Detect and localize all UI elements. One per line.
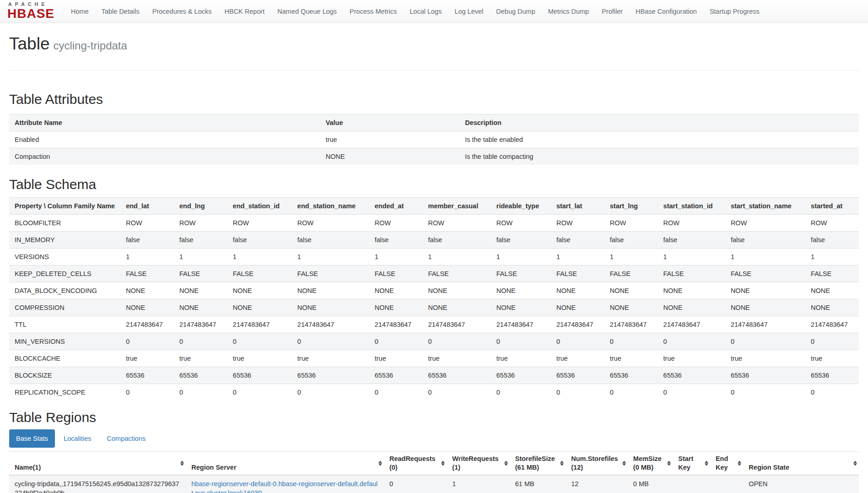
schema-cell: 0 xyxy=(604,333,658,350)
schema-cell: 2147483647 xyxy=(174,316,227,333)
nav-items: HomeTable DetailsProcedures & LocksHBCK … xyxy=(65,0,766,22)
attributes-row: EnabledtrueIs the table enabled xyxy=(9,131,859,148)
sort-icon[interactable] xyxy=(622,460,626,466)
schema-cell: false xyxy=(551,231,604,248)
sort-icon[interactable] xyxy=(504,460,508,466)
schema-cell: 0 xyxy=(174,384,227,401)
nav-link-local-logs[interactable]: Local Logs xyxy=(403,0,448,22)
schema-cell: 65536 xyxy=(725,367,805,384)
regions-column-label: Name(1) xyxy=(15,464,41,471)
region-row: cycling-tripdata,,1719475156245.e95d0a13… xyxy=(9,475,859,493)
nav-link-metrics-dump[interactable]: Metrics Dump xyxy=(542,0,595,22)
regions-column-header-name-1[interactable]: Name(1) xyxy=(9,451,186,475)
nav-link-hbck-report[interactable]: HBCK Report xyxy=(218,0,271,22)
schema-cell: 0 xyxy=(292,384,369,401)
regions-column-header-readrequests-0[interactable]: ReadRequests (0) xyxy=(384,451,447,475)
sort-icon[interactable] xyxy=(667,460,671,466)
nav-link-profiler[interactable]: Profiler xyxy=(595,0,629,22)
schema-cell: 0 xyxy=(423,384,491,401)
page-title-text: Table xyxy=(9,34,49,53)
schema-cell: false xyxy=(174,231,227,248)
attributes-cell: Compaction xyxy=(9,148,320,165)
schema-column-header: started_at xyxy=(805,197,859,214)
schema-cell: 0 xyxy=(551,384,604,401)
schema-cell: 0 xyxy=(551,333,604,350)
schema-heading: Table Schema xyxy=(9,177,859,192)
schema-row-in-memory: IN_MEMORYfalsefalsefalsefalsefalsefalsef… xyxy=(9,231,859,248)
nav-link-procedures-locks[interactable]: Procedures & Locks xyxy=(146,0,218,22)
nav-link-log-level[interactable]: Log Level xyxy=(448,0,490,22)
schema-cell: ROW xyxy=(174,214,227,231)
nav-link-hbase-configuration[interactable]: HBase Configuration xyxy=(629,0,703,22)
schema-cell: NONE xyxy=(369,282,423,299)
schema-cell: true xyxy=(604,350,658,367)
schema-cell: 1 xyxy=(551,248,604,265)
schema-cell: 2147483647 xyxy=(658,316,725,333)
sort-icon[interactable] xyxy=(853,460,857,466)
schema-cell: 0 xyxy=(369,333,423,350)
schema-cell: 65536 xyxy=(369,367,423,384)
nav-item: Named Queue Logs xyxy=(271,0,343,22)
sort-icon[interactable] xyxy=(441,460,445,466)
nav-item: HBase Configuration xyxy=(629,0,703,22)
regions-column-header-memsize-0-mb[interactable]: MemSize (0 MB) xyxy=(628,451,673,475)
schema-cell: 1 xyxy=(725,248,805,265)
schema-cell: FALSE xyxy=(423,265,491,282)
schema-cell: ROW xyxy=(227,214,292,231)
schema-cell: NONE xyxy=(227,299,292,316)
schema-cell: 0 xyxy=(805,384,859,401)
schema-cell: 2147483647 xyxy=(725,316,805,333)
regions-column-header-start-key[interactable]: Start Key xyxy=(673,451,710,475)
tab-base-stats[interactable]: Base Stats xyxy=(9,429,55,448)
regions-column-header-end-key[interactable]: End Key xyxy=(710,451,743,475)
schema-cell: 2147483647 xyxy=(227,316,292,333)
sort-icon[interactable] xyxy=(180,460,184,466)
tab-localities[interactable]: Localities xyxy=(57,429,98,448)
nav-link-table-details[interactable]: Table Details xyxy=(95,0,146,22)
sort-icon[interactable] xyxy=(378,460,382,466)
hbase-logo[interactable]: APACHE HBASE xyxy=(3,0,59,22)
schema-cell: 65536 xyxy=(658,367,725,384)
schema-cell: 0 xyxy=(423,333,491,350)
schema-cell: 2147483647 xyxy=(423,316,491,333)
schema-cell: 1 xyxy=(227,248,292,265)
regions-column-header-storefilesize-61-mb[interactable]: StorefileSize (61 MB) xyxy=(510,451,566,475)
schema-cell: 1 xyxy=(369,248,423,265)
sort-icon[interactable] xyxy=(705,460,708,466)
schema-column-header: start_lat xyxy=(551,197,604,214)
main-content: Tablecycling-tripdata Table Attributes A… xyxy=(0,35,868,493)
nav-link-startup-progress[interactable]: Startup Progress xyxy=(703,0,766,22)
region-storefile-size: 61 MB xyxy=(510,475,566,493)
sort-icon[interactable] xyxy=(738,460,741,466)
schema-cell: ROW xyxy=(805,214,859,231)
schema-cell: 0 xyxy=(227,333,292,350)
regions-column-header-region-state[interactable]: Region State xyxy=(743,451,859,475)
regions-column-header-num-storefiles-12[interactable]: Num.Storefiles (12) xyxy=(566,451,628,475)
schema-cell: NONE xyxy=(120,282,174,299)
schema-column-header: ended_at xyxy=(369,197,423,214)
schema-property-name: VERSIONS xyxy=(9,248,120,265)
region-server-link[interactable]: hbase-regionserver-default-0.hbase-regio… xyxy=(191,480,377,493)
sort-icon[interactable] xyxy=(560,460,564,466)
regions-column-header-writerequests-1[interactable]: WriteRequests (1) xyxy=(447,451,509,475)
schema-row-min-versions: MIN_VERSIONS000000000000 xyxy=(9,333,859,350)
schema-cell: 2147483647 xyxy=(120,316,174,333)
regions-column-header-region-server[interactable]: Region Server xyxy=(186,451,384,475)
schema-cell: FALSE xyxy=(292,265,369,282)
schema-column-header: end_lng xyxy=(174,197,227,214)
nav-item: Table Details xyxy=(95,0,146,22)
schema-cell: NONE xyxy=(292,282,369,299)
nav-item: Local Logs xyxy=(403,0,448,22)
schema-property-name: DATA_BLOCK_ENCODING xyxy=(9,282,120,299)
schema-row-ttl: TTL2147483647214748364721474836472147483… xyxy=(9,316,859,333)
attributes-cell: Enabled xyxy=(9,131,320,148)
schema-cell: 0 xyxy=(604,384,658,401)
nav-link-debug-dump[interactable]: Debug Dump xyxy=(490,0,541,22)
nav-link-home[interactable]: Home xyxy=(65,0,95,22)
nav-link-named-queue-logs[interactable]: Named Queue Logs xyxy=(271,0,343,22)
schema-column-header: rideable_type xyxy=(491,197,551,214)
schema-cell: false xyxy=(292,231,369,248)
nav-link-process-metrics[interactable]: Process Metrics xyxy=(343,0,403,22)
tab-compactions[interactable]: Compactions xyxy=(100,429,153,448)
attributes-column-header: Attribute Name xyxy=(9,114,320,131)
